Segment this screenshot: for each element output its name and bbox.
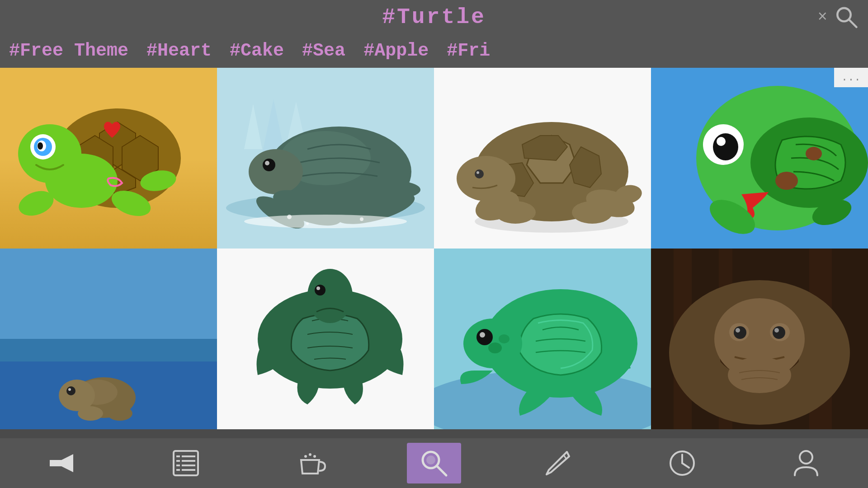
svg-point-116	[800, 451, 812, 464]
svg-point-92	[773, 326, 785, 339]
svg-point-80	[488, 343, 502, 353]
svg-point-47	[476, 171, 479, 174]
svg-point-30	[244, 215, 407, 228]
svg-rect-101	[176, 469, 180, 471]
profile-button[interactable]	[779, 443, 833, 483]
svg-point-53	[713, 133, 738, 160]
pen-button[interactable]	[531, 443, 585, 483]
svg-point-32	[360, 217, 363, 221]
coffee-button[interactable]	[283, 443, 337, 483]
svg-point-31	[287, 215, 292, 219]
tag-cake[interactable]: #Cake	[230, 41, 284, 61]
svg-point-81	[499, 334, 509, 343]
svg-point-66	[68, 388, 71, 391]
svg-point-79	[480, 332, 485, 338]
grid-cell-6[interactable]	[217, 249, 434, 429]
svg-point-33	[306, 222, 309, 225]
clock-button[interactable]	[655, 443, 709, 483]
tag-sea[interactable]: #Sea	[302, 41, 345, 61]
grid-cell-3[interactable]	[434, 68, 651, 249]
svg-rect-103	[182, 460, 195, 462]
svg-rect-105	[182, 469, 195, 471]
grid-cell-1[interactable]	[0, 68, 217, 249]
svg-line-111	[437, 466, 446, 475]
svg-point-23	[249, 149, 303, 194]
svg-point-12	[38, 142, 43, 150]
svg-point-90	[736, 328, 740, 333]
tag-free-theme[interactable]: #Free Theme	[9, 41, 128, 61]
bottom-navbar	[0, 438, 868, 488]
svg-rect-97	[174, 451, 198, 475]
svg-point-46	[475, 169, 484, 178]
svg-point-54	[717, 137, 726, 146]
close-button[interactable]: ×	[817, 8, 827, 26]
grid-cell-8[interactable]	[651, 249, 868, 429]
svg-point-106	[304, 455, 307, 458]
svg-point-94	[728, 357, 791, 393]
svg-point-110	[426, 455, 435, 465]
svg-point-68	[107, 406, 132, 421]
svg-point-43	[495, 201, 536, 224]
tags-row: #Free Theme #Heart #Cake #Sea #Apple #Fr…	[0, 34, 868, 68]
svg-point-71	[307, 269, 353, 323]
svg-point-78	[476, 329, 493, 345]
svg-rect-96	[50, 460, 63, 466]
svg-line-1	[849, 19, 857, 27]
svg-point-107	[309, 453, 311, 456]
svg-point-56	[806, 147, 822, 160]
svg-point-24	[263, 159, 275, 171]
svg-point-73	[316, 286, 320, 290]
svg-rect-98	[176, 455, 180, 457]
header: #Turtle ×	[0, 0, 868, 34]
svg-line-115	[682, 463, 689, 468]
sticker-button[interactable]	[159, 443, 213, 483]
search-button-top[interactable]	[834, 5, 859, 29]
more-button[interactable]: ...	[834, 68, 868, 87]
page-title: #Turtle	[382, 5, 486, 29]
svg-point-65	[66, 386, 75, 395]
image-grid	[0, 68, 868, 429]
svg-rect-102	[182, 455, 195, 457]
svg-point-25	[265, 161, 269, 165]
tag-apple[interactable]: #Apple	[363, 41, 429, 61]
svg-point-93	[774, 328, 779, 333]
svg-point-67	[78, 406, 103, 421]
svg-point-89	[734, 326, 746, 339]
tag-fri[interactable]: #Fri	[447, 41, 490, 61]
svg-point-44	[572, 201, 613, 224]
svg-rect-104	[182, 465, 195, 466]
svg-rect-99	[176, 460, 180, 462]
svg-point-45	[457, 156, 515, 201]
svg-point-72	[315, 285, 326, 296]
grid-cell-2[interactable]	[217, 68, 434, 249]
grid-cell-7[interactable]	[434, 249, 651, 429]
grid-cell-4[interactable]	[651, 68, 868, 249]
back-button[interactable]	[35, 443, 89, 483]
svg-point-108	[313, 455, 316, 458]
tag-heart[interactable]: #Heart	[146, 41, 212, 61]
search-button-nav[interactable]	[407, 443, 461, 483]
svg-point-29	[366, 181, 420, 199]
svg-line-112	[564, 455, 566, 459]
grid-cell-5[interactable]	[0, 249, 217, 429]
svg-point-55	[775, 172, 798, 190]
svg-rect-100	[176, 465, 180, 466]
